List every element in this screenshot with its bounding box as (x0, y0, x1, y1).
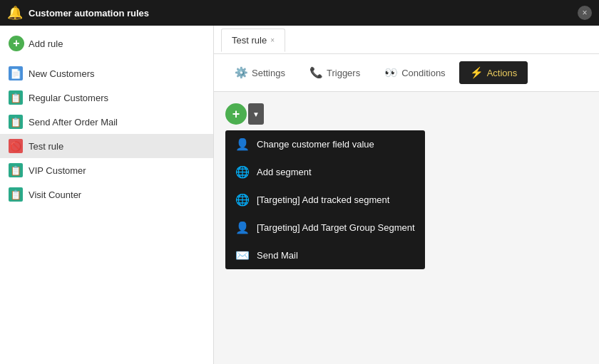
content-body: + ▼ 👤 Change customer field value 🌐 Add … (214, 92, 599, 281)
sidebar-list: 📄 New Customers 📋 Regular Customers 📋 Se… (0, 61, 213, 207)
title-bar: 🔔 Customer automation rules × (0, 0, 599, 26)
sidebar: + Add rule 📄 New Customers 📋 Regular Cus… (0, 26, 214, 364)
tab-close-button[interactable]: × (270, 36, 275, 44)
sidebar-icon-send-after-order: 📋 (9, 115, 23, 129)
content-area: Test rule × ⚙️ Settings 📞 Triggers 👀 Con… (214, 26, 599, 364)
tab-test-rule[interactable]: Test rule × (221, 28, 285, 52)
main-layout: + Add rule 📄 New Customers 📋 Regular Cus… (0, 26, 599, 364)
sidebar-icon-regular-customers: 📋 (9, 90, 23, 105)
targeting-group-icon: 👤 (235, 221, 250, 234)
targeting-tracked-label: [Targeting] Add tracked segment (257, 194, 389, 205)
targeting-group-label: [Targeting] Add Target Group Segment (257, 222, 415, 233)
targeting-tracked-icon: 🌐 (235, 193, 250, 207)
tab-triggers[interactable]: 📞 Triggers (299, 61, 371, 84)
sidebar-icon-new-customers: 📄 (9, 66, 23, 80)
tab-bar: Test rule × (214, 26, 599, 54)
tab-actions[interactable]: ⚡ Actions (459, 61, 528, 84)
change-field-icon: 👤 (235, 137, 250, 151)
triggers-icon: 📞 (309, 66, 323, 79)
sidebar-label-vip-customer: VIP Customer (29, 165, 86, 176)
add-rule-label: Add rule (29, 38, 63, 49)
tab-test-rule-label: Test rule (232, 35, 267, 46)
actions-icon: ⚡ (470, 66, 483, 79)
sidebar-label-visit-counter: Visit Counter (29, 189, 81, 200)
sidebar-label-regular-customers: Regular Customers (29, 93, 108, 103)
title-bar-close-button[interactable]: × (578, 6, 592, 20)
sidebar-label-send-after-order: Send After Order Mail (29, 117, 118, 128)
app-title: Customer automation rules (29, 8, 572, 19)
dropdown-item-send-mail[interactable]: ✉️ Send Mail (225, 241, 425, 269)
sidebar-icon-test-rule: 🚫 (9, 139, 23, 153)
tab-settings-label: Settings (252, 68, 285, 78)
tab-actions-label: Actions (487, 68, 518, 78)
sidebar-icon-vip-customer: 📋 (9, 163, 23, 177)
action-button-row: + ▼ (225, 103, 588, 125)
app-icon: 🔔 (7, 5, 23, 21)
toolbar-tabs: ⚙️ Settings 📞 Triggers 👀 Conditions ⚡ Ac… (214, 54, 599, 92)
sidebar-item-regular-customers[interactable]: 📋 Regular Customers (0, 85, 213, 110)
settings-icon: ⚙️ (235, 66, 248, 79)
sidebar-item-test-rule[interactable]: 🚫 Test rule (0, 134, 213, 158)
send-mail-label: Send Mail (257, 250, 298, 261)
dropdown-item-targeting-group[interactable]: 👤 [Targeting] Add Target Group Segment (225, 214, 425, 241)
dropdown-item-change-field[interactable]: 👤 Change customer field value (225, 130, 425, 158)
add-rule-icon: + (9, 36, 24, 51)
dropdown-item-add-segment[interactable]: 🌐 Add segment (225, 158, 425, 186)
tab-conditions[interactable]: 👀 Conditions (374, 61, 456, 84)
tab-settings[interactable]: ⚙️ Settings (224, 61, 296, 84)
add-segment-icon: 🌐 (235, 165, 250, 179)
add-action-button[interactable]: + (225, 103, 247, 125)
dropdown-menu: 👤 Change customer field value 🌐 Add segm… (225, 130, 425, 269)
sidebar-icon-visit-counter: 📋 (9, 187, 23, 202)
action-dropdown-button[interactable]: ▼ (248, 103, 264, 125)
sidebar-label-test-rule: Test rule (29, 141, 63, 152)
sidebar-item-send-after-order[interactable]: 📋 Send After Order Mail (0, 110, 213, 134)
tab-conditions-label: Conditions (401, 68, 445, 78)
sidebar-label-new-customers: New Customers (29, 68, 94, 79)
sidebar-item-visit-counter[interactable]: 📋 Visit Counter (0, 182, 213, 207)
add-rule-button[interactable]: + Add rule (7, 33, 206, 54)
tab-triggers-label: Triggers (327, 68, 360, 78)
dropdown-item-targeting-tracked[interactable]: 🌐 [Targeting] Add tracked segment (225, 186, 425, 214)
sidebar-item-new-customers[interactable]: 📄 New Customers (0, 61, 213, 85)
add-segment-label: Add segment (257, 167, 312, 177)
conditions-icon: 👀 (384, 66, 398, 79)
change-field-label: Change customer field value (257, 139, 374, 150)
send-mail-icon: ✉️ (235, 249, 250, 262)
sidebar-item-vip-customer[interactable]: 📋 VIP Customer (0, 158, 213, 182)
